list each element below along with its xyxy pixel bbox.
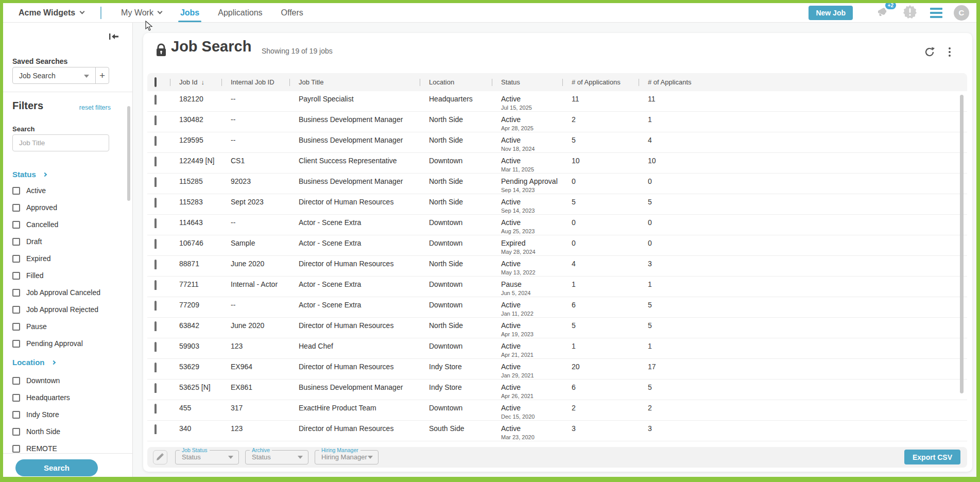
filter-checkbox-option[interactable]: Pending Approval: [12, 339, 100, 348]
filter-checkbox-option[interactable]: Downtown: [12, 376, 70, 385]
status-date: Apr 19, 2023: [501, 331, 559, 337]
row-checkbox[interactable]: [147, 132, 170, 146]
filter-checkbox-option[interactable]: Filled: [12, 271, 100, 280]
row-checkbox[interactable]: [147, 215, 170, 228]
column-header-location[interactable]: Location: [420, 78, 492, 86]
row-checkbox[interactable]: [147, 235, 170, 249]
filter-checkbox-option[interactable]: Draft: [12, 237, 100, 246]
table-row[interactable]: 114643 -- Actor - Scene Extra Downtown A…: [147, 215, 967, 235]
filter-option-label: Headquarters: [26, 393, 70, 402]
table-row[interactable]: 106746 Sample Actor - Scene Extra Downto…: [147, 235, 967, 256]
table-row[interactable]: 53629 EX964 Director of Human Resources …: [147, 359, 967, 380]
archive-select[interactable]: Archive Status: [245, 447, 308, 464]
announcements-button[interactable]: +2: [876, 6, 890, 20]
row-checkbox[interactable]: [147, 277, 170, 290]
company-switcher[interactable]: Acme Widgets: [19, 8, 84, 18]
hiring-manager-select[interactable]: Hiring Manager Hiring Manager: [315, 447, 379, 464]
row-checkbox[interactable]: [147, 297, 170, 311]
select-all-checkbox[interactable]: [147, 78, 170, 86]
row-checkbox[interactable]: [147, 338, 170, 352]
reset-filters-link[interactable]: reset filters: [79, 104, 111, 111]
column-header-applicants[interactable]: # of Applicants: [639, 78, 967, 86]
filter-checkbox-option[interactable]: Approved: [12, 203, 100, 212]
location-section-toggle[interactable]: Location: [12, 358, 55, 367]
tab-applications[interactable]: Applications: [218, 3, 262, 22]
filter-checkbox-option[interactable]: REMOTE: [12, 444, 70, 453]
refresh-icon[interactable]: [924, 46, 935, 60]
row-checkbox[interactable]: [147, 256, 170, 269]
filters-title: Filters: [12, 100, 43, 112]
cell-location: Indy Store: [420, 359, 492, 371]
column-header-applications[interactable]: # of Applications: [562, 78, 639, 86]
row-checkbox[interactable]: [147, 400, 170, 414]
table-row[interactable]: 59903 123 Head Chef Downtown Active Apr …: [147, 338, 967, 359]
table-row[interactable]: 182120 -- Payroll Specialist Headquarter…: [147, 91, 967, 112]
tab-jobs[interactable]: Jobs: [180, 3, 199, 22]
new-job-button[interactable]: New Job: [809, 6, 853, 20]
tab-offers[interactable]: Offers: [281, 3, 303, 22]
table-row[interactable]: 340 123 Director of Human Resources Sout…: [147, 421, 967, 441]
filter-checkbox-option[interactable]: Pause: [12, 322, 100, 331]
avatar[interactable]: C: [954, 5, 969, 21]
cell-applicants-count: 17: [639, 359, 967, 371]
cell-job-title: Client Success Representative: [289, 153, 420, 165]
filter-option-label: Expired: [26, 254, 50, 263]
row-checkbox[interactable]: [147, 359, 170, 372]
table-row[interactable]: 63842 June 2020 Director of Human Resour…: [147, 318, 967, 338]
table-row[interactable]: 122449 [N] CS1 Client Success Representa…: [147, 153, 967, 174]
collapse-sidebar-icon[interactable]: [109, 33, 119, 42]
search-button[interactable]: Search: [15, 459, 98, 476]
cell-applications-count: 1: [562, 277, 639, 289]
column-header-status[interactable]: Status: [492, 78, 562, 86]
job-title-search-input[interactable]: [12, 134, 109, 151]
table-row[interactable]: 115283 Sept 2023 Director of Human Resou…: [147, 194, 967, 215]
table-row[interactable]: 88871 June 2020 Director of Human Resour…: [147, 256, 967, 277]
my-work-menu[interactable]: My Work: [121, 3, 162, 22]
row-checkbox[interactable]: [147, 421, 170, 434]
table-row[interactable]: 77209 -- Actor - Scene Extra Downtown Ac…: [147, 297, 967, 318]
checkbox: [12, 340, 20, 348]
column-header-job-id[interactable]: Job Id ↓: [170, 78, 221, 86]
table-row[interactable]: 130482 -- Business Development Manager N…: [147, 112, 967, 132]
company-name: Acme Widgets: [19, 8, 75, 18]
status-value: Active: [501, 115, 559, 124]
table-row[interactable]: 53625 [N] EX861 Business Development Man…: [147, 380, 967, 400]
filter-checkbox-option[interactable]: Headquarters: [12, 393, 70, 402]
filter-checkbox-option[interactable]: Job Approval Canceled: [12, 288, 100, 297]
row-checkbox[interactable]: [147, 112, 170, 125]
sidebar-scrollbar[interactable]: [127, 106, 130, 201]
job-status-select[interactable]: Job Status Status: [175, 447, 239, 464]
cell-job-id: 63842: [170, 318, 221, 330]
table-row[interactable]: 129595 -- Business Development Manager N…: [147, 132, 967, 153]
row-checkbox[interactable]: [147, 318, 170, 331]
cell-job-id: 115283: [170, 194, 221, 206]
more-options-icon[interactable]: [948, 46, 952, 58]
export-csv-button[interactable]: Export CSV: [904, 450, 960, 464]
filter-checkbox-option[interactable]: Active: [12, 186, 100, 195]
row-checkbox[interactable]: [147, 380, 170, 393]
column-header-job-title[interactable]: Job Title: [289, 78, 420, 86]
cell-internal-job-id: Sample: [221, 235, 289, 248]
filter-checkbox-option[interactable]: Job Approval Rejected: [12, 305, 100, 314]
add-saved-search-button[interactable]: +: [95, 67, 109, 83]
status-section-toggle[interactable]: Status: [12, 170, 46, 179]
menu-button[interactable]: [930, 8, 942, 18]
table-row[interactable]: 77211 Internal - Actor Actor - Scene Ext…: [147, 277, 967, 297]
filter-checkbox-option[interactable]: Indy Store: [12, 410, 70, 419]
row-checkbox[interactable]: [147, 194, 170, 208]
saved-search-select[interactable]: Job Search: [13, 67, 95, 83]
table-row[interactable]: 455 317 ExactHire Product Team Downtown …: [147, 400, 967, 421]
column-header-internal-job-id[interactable]: Internal Job ID: [221, 78, 289, 86]
row-checkbox[interactable]: [147, 91, 170, 105]
filter-checkbox-option[interactable]: Expired: [12, 254, 100, 263]
cell-internal-job-id: --: [221, 215, 289, 227]
filter-checkbox-option[interactable]: North Side: [12, 427, 70, 436]
row-checkbox[interactable]: [147, 153, 170, 166]
table-row[interactable]: 115285 92023 Business Development Manage…: [147, 174, 967, 194]
cell-applicants-count: 3: [639, 421, 967, 433]
alerts-button[interactable]: [903, 5, 917, 21]
edit-button[interactable]: [153, 450, 167, 464]
table-scrollbar[interactable]: [960, 95, 964, 393]
row-checkbox[interactable]: [147, 174, 170, 187]
filter-checkbox-option[interactable]: Cancelled: [12, 220, 100, 229]
